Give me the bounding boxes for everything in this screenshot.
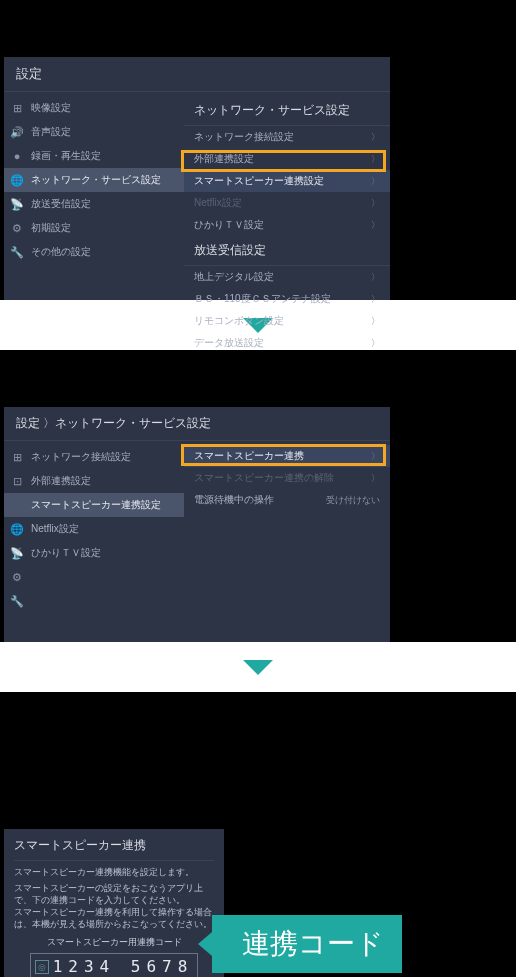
network-panel: 設定 〉ネットワーク・サービス設定 ⊞ネットワーク接続設定 ⊡外部連携設定 スマ… [4, 407, 390, 642]
display-icon: ⊞ [10, 101, 24, 115]
code-label: スマートスピーカー用連携コード [14, 936, 214, 949]
breadcrumb: 設定 〉ネットワーク・サービス設定 [4, 407, 390, 441]
cat-hikaritv[interactable]: 📡ひかりＴＶ設定 [4, 541, 184, 565]
cat-netflix[interactable]: 🌐Netflix設定 [4, 517, 184, 541]
sub-network-conn[interactable]: ネットワーク接続設定〉 [184, 126, 390, 148]
chevron-right-icon: 〉 [371, 315, 380, 328]
category-list: ⊞映像設定 🔊音声設定 ●録画・再生設定 🌐ネットワーク・サービス設定 📡放送受… [4, 92, 184, 301]
screen-link-code: スマートスピーカー連携 スマートスピーカー連携機能を設定します。 スマートスピー… [0, 692, 516, 977]
highlight-annotation [181, 150, 386, 172]
panel-title: 設定 [4, 57, 390, 92]
display-icon: ⊞ [10, 450, 24, 464]
sub-remote[interactable]: リモコンボタン設定〉 [184, 310, 390, 332]
cat-audio[interactable]: 🔊音声設定 [4, 120, 184, 144]
link-panel: スマートスピーカー連携 スマートスピーカー連携機能を設定します。 スマートスピー… [4, 829, 224, 977]
chevron-right-icon: 〉 [371, 337, 380, 350]
sub-ss-unlink[interactable]: スマートスピーカー連携の解除〉 [184, 467, 390, 489]
panel-columns: ⊞映像設定 🔊音声設定 ●録画・再生設定 🌐ネットワーク・サービス設定 📡放送受… [4, 92, 390, 301]
sub-smartspeaker[interactable]: スマートスピーカー連携設定〉 [184, 170, 390, 192]
cat-record[interactable]: ●録画・再生設定 [4, 144, 184, 168]
sub-hikaritv[interactable]: ひかりＴＶ設定〉 [184, 214, 390, 236]
wrench-icon: 🔧 [10, 594, 24, 608]
sub-bs-cs[interactable]: ＢＳ・110度ＣＳアンテナ設定〉 [184, 288, 390, 310]
record-icon: ● [10, 149, 24, 163]
cat-external[interactable]: ⊡外部連携設定 [4, 469, 184, 493]
subcategory-list: スマートスピーカー連携〉 スマートスピーカー連携の解除〉 電源待機中の操作受け付… [184, 441, 390, 642]
chevron-right-icon: 〉 [371, 197, 380, 210]
sub-standby-op[interactable]: 電源待機中の操作受け付けない [184, 489, 390, 511]
screen-network-settings: 設定 〉ネットワーク・サービス設定 ⊞ネットワーク接続設定 ⊡外部連携設定 スマ… [0, 350, 516, 642]
refresh-icon[interactable]: ◎ [35, 960, 49, 974]
chevron-right-icon: 〉 [371, 472, 380, 485]
sub-netflix[interactable]: Netflix設定〉 [184, 192, 390, 214]
section-broadcast-title: 放送受信設定 [184, 236, 390, 266]
link-desc1: スマートスピーカー連携機能を設定します。 [14, 867, 214, 879]
cat-blank1: ⚙ [4, 565, 184, 589]
gear-icon: ⚙ [10, 221, 24, 235]
cat-network[interactable]: 🌐ネットワーク・サービス設定 [4, 168, 184, 192]
chevron-right-icon: 〉 [371, 131, 380, 144]
cat-other[interactable]: 🔧その他の設定 [4, 240, 184, 264]
cat-video[interactable]: ⊞映像設定 [4, 96, 184, 120]
link-title: スマートスピーカー連携 [14, 837, 214, 861]
cat-net-conn[interactable]: ⊞ネットワーク接続設定 [4, 445, 184, 469]
arrow-down-icon [243, 660, 273, 675]
antenna-icon: 📡 [10, 197, 24, 211]
callout-link-code: 連携コード [212, 915, 402, 973]
gear-icon: ⚙ [10, 570, 24, 584]
box-icon: ⊡ [10, 474, 24, 488]
globe-icon: 🌐 [10, 522, 24, 536]
code-box: ◎ 1234 5678 [30, 953, 199, 977]
globe-icon: 🌐 [10, 173, 24, 187]
subcategory-list: ネットワーク・サービス設定 ネットワーク接続設定〉 外部連携設定〉 スマートスピ… [184, 92, 390, 301]
highlight-annotation [181, 444, 386, 466]
chevron-right-icon: 〉 [371, 219, 380, 232]
wrench-icon: 🔧 [10, 245, 24, 259]
category-list: ⊞ネットワーク接続設定 ⊡外部連携設定 スマートスピーカー連携設定 🌐Netfl… [4, 441, 184, 642]
panel-columns: ⊞ネットワーク接続設定 ⊡外部連携設定 スマートスピーカー連携設定 🌐Netfl… [4, 441, 390, 642]
code-value: 1234 5678 [53, 957, 194, 976]
cat-blank2: 🔧 [4, 589, 184, 613]
chevron-right-icon: 〉 [371, 271, 380, 284]
chevron-right-icon: 〉 [371, 175, 380, 188]
chevron-right-icon: 〉 [371, 293, 380, 306]
cat-broadcast[interactable]: 📡放送受信設定 [4, 192, 184, 216]
cat-smartspeaker[interactable]: スマートスピーカー連携設定 [4, 493, 184, 517]
cat-initial[interactable]: ⚙初期設定 [4, 216, 184, 240]
antenna-icon: 📡 [10, 546, 24, 560]
step-separator [0, 642, 516, 692]
sub-terrestrial[interactable]: 地上デジタル設定〉 [184, 266, 390, 288]
speaker-icon: 🔊 [10, 125, 24, 139]
section-network-title: ネットワーク・サービス設定 [184, 96, 390, 126]
settings-panel: 設定 ⊞映像設定 🔊音声設定 ●録画・再生設定 🌐ネットワーク・サービス設定 📡… [4, 57, 390, 300]
link-desc2: スマートスピーカーの設定をおこなうアプリ上で、下の連携コードを入力してください。… [14, 883, 214, 931]
screen-settings-top: 設定 ⊞映像設定 🔊音声設定 ●録画・再生設定 🌐ネットワーク・サービス設定 📡… [0, 0, 516, 300]
